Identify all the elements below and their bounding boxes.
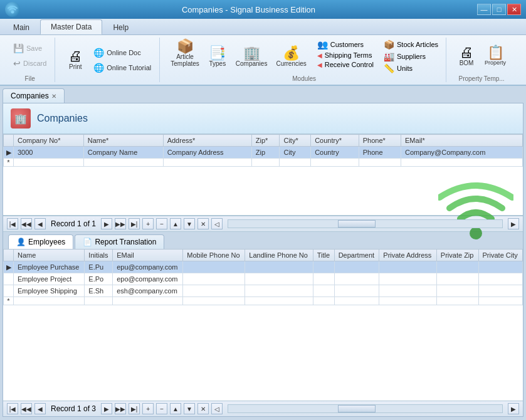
property-template-icon: 📋 (487, 46, 504, 60)
emp-cell-title (313, 261, 334, 273)
col-address: Address* (163, 135, 251, 147)
save-button[interactable]: 💾 Save (10, 41, 50, 55)
tab-master-data[interactable]: Master Data (40, 19, 102, 34)
nav-down-button[interactable]: ▼ (184, 218, 195, 229)
document-tab-bar: Companies ✕ (0, 86, 526, 103)
report-translation-tab-icon: 📄 (83, 238, 92, 246)
table-row[interactable]: ▶ 3000 Company Name Company Address Zip … (4, 147, 523, 159)
emp-col-department: Department (334, 249, 379, 261)
nav-first-button[interactable]: |◀ (7, 218, 18, 229)
nav-add-button[interactable]: + (142, 218, 154, 229)
row-indicator: ▶ (4, 147, 14, 159)
nav-prev-button[interactable]: ◀ (34, 218, 46, 229)
emp-col-landline: Landline Phone No (245, 249, 313, 261)
save-icon: 💾 (13, 43, 24, 53)
emp-nav-up-button[interactable]: ▲ (170, 403, 181, 414)
table-row[interactable]: Employee Project E.Po epo@company.com (4, 273, 523, 285)
main-scroll-thumb (338, 220, 376, 228)
cell-country: Country (311, 147, 359, 159)
nav-next-page-button[interactable]: ▶▶ (115, 218, 126, 229)
bom-button[interactable]: 🖨 BOM (454, 44, 479, 68)
close-button[interactable]: ✕ (507, 4, 521, 15)
shipping-terms-button[interactable]: ◀ Shipping Terms (315, 51, 376, 60)
window-controls: — □ ✕ (477, 4, 521, 15)
emp-cell-zip (436, 273, 478, 285)
stock-articles-button[interactable]: 📦 Stock Articles (381, 39, 441, 50)
emp-col-initials: Initials (85, 249, 113, 261)
ribbon-group-file: 💾 Save ↩ Discard File (5, 38, 55, 82)
tab-report-translation[interactable]: 📄 Report Translation (75, 234, 164, 249)
app-container: Companies - Signal Business Edition — □ … (0, 0, 526, 420)
new-cell (401, 159, 523, 167)
companies-button[interactable]: 🏢 Companies (233, 45, 271, 69)
nav-search-button[interactable]: ◁ (211, 218, 223, 229)
companies-tab-label: Companies (11, 92, 49, 100)
customers-button[interactable]: 👥 Customers (315, 39, 376, 50)
nav-delete-button[interactable]: − (156, 218, 167, 229)
nav-up-button[interactable]: ▲ (170, 218, 181, 229)
emp-nav-prev-page-button[interactable]: ◀◀ (21, 403, 32, 414)
property-template-button[interactable]: 📋 Property (481, 44, 509, 68)
tab-main[interactable]: Main (3, 20, 40, 34)
types-button[interactable]: 📑 Types (205, 45, 230, 69)
emp-cell-city (478, 273, 522, 285)
emp-nav-first-button[interactable]: |◀ (7, 403, 18, 414)
emp-nav-cancel-button[interactable]: ✕ (197, 403, 209, 414)
emp-nav-prev-button[interactable]: ◀ (34, 403, 46, 414)
online-tutorial-button[interactable]: 🌐 Online Tutorial (90, 61, 154, 75)
emp-scrollbar[interactable] (228, 404, 503, 413)
tab-employees[interactable]: 👤 Employees (8, 234, 73, 249)
emp-cell-city (478, 261, 522, 273)
emp-row-indicator (4, 273, 14, 285)
emp-cell-addr (379, 285, 437, 297)
emp-cell-zip (436, 285, 478, 297)
currencies-button[interactable]: 💰 Currencies (273, 45, 309, 69)
tab-help[interactable]: Help (102, 20, 139, 34)
emp-nav-scroll-right-button[interactable]: ▶ (508, 403, 519, 414)
online-doc-button[interactable]: 🌐 Online Doc (90, 46, 154, 60)
emp-nav-down-button[interactable]: ▼ (184, 403, 195, 414)
online-tutorial-icon: 🌐 (93, 63, 104, 73)
article-templates-button[interactable]: 📦 Article Templates (167, 38, 203, 69)
col-phone: Phone* (359, 135, 401, 147)
companies-tab[interactable]: Companies ✕ (3, 88, 65, 103)
receive-control-button[interactable]: ◀ Receive Control (315, 60, 376, 69)
ribbon-group-print: 🖨 Print 🌐 Online Doc 🌐 Online Tutorial (58, 38, 160, 82)
nav-cancel-button[interactable]: ✕ (197, 218, 209, 229)
table-row-new[interactable]: * (4, 297, 523, 305)
print-button[interactable]: 🖨 Print (63, 48, 88, 72)
discard-icon: ↩ (13, 58, 21, 68)
units-button[interactable]: 📏 Units (381, 63, 441, 74)
suppliers-button[interactable]: 🏭 Suppliers (381, 51, 441, 62)
main-scrollbar[interactable] (228, 219, 503, 228)
emp-cell-title (313, 273, 334, 285)
svg-point-1 (470, 227, 482, 239)
svg-point-0 (11, 11, 14, 14)
table-row[interactable]: Employee Shipping E.Sh esh@company.com (4, 285, 523, 297)
emp-cell-landline (245, 285, 313, 297)
nav-last-button[interactable]: ▶| (129, 218, 140, 229)
employees-table: Name Initials EMail Mobile Phone No Land… (3, 249, 523, 305)
emp-nav-delete-button[interactable]: − (156, 403, 167, 414)
content-panel: 🏢 Companies Company No* Name* Address* Z… (3, 103, 523, 417)
emp-nav-add-button[interactable]: + (142, 403, 154, 414)
emp-nav-search-button[interactable]: ◁ (211, 403, 223, 414)
employees-grid[interactable]: Name Initials EMail Mobile Phone No Land… (3, 249, 523, 401)
table-row-new[interactable]: * (4, 159, 523, 167)
emp-row-indicator (4, 285, 14, 297)
minimize-button[interactable]: — (477, 4, 491, 15)
ribbon-content: 💾 Save ↩ Discard File 🖨 Print (0, 35, 526, 86)
table-row[interactable]: ▶ Employee Purchase E.Pu epu@company.com (4, 261, 523, 273)
discard-button[interactable]: ↩ Discard (10, 56, 50, 70)
nav-next-button[interactable]: ▶ (101, 218, 112, 229)
new-cell (311, 159, 359, 167)
emp-cell-initials: E.Po (85, 273, 113, 285)
emp-nav-next-page-button[interactable]: ▶▶ (115, 403, 126, 414)
emp-cell-mobile (183, 285, 245, 297)
maximize-button[interactable]: □ (492, 4, 506, 15)
emp-nav-next-button[interactable]: ▶ (101, 403, 112, 414)
emp-cell-dept (334, 261, 379, 273)
emp-nav-last-button[interactable]: ▶| (129, 403, 140, 414)
nav-prev-page-button[interactable]: ◀◀ (21, 218, 32, 229)
tab-close-icon[interactable]: ✕ (51, 93, 56, 100)
